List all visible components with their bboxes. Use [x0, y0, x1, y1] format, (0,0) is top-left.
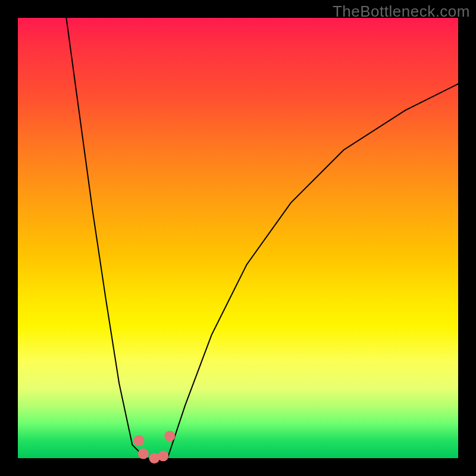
highlight-dots-group [134, 431, 176, 464]
curve-left-branch [66, 18, 145, 458]
watermark-text: TheBottleneck.com [333, 2, 470, 21]
highlight-dot [164, 431, 175, 441]
bottleneck-curve [18, 18, 458, 458]
plot-area [18, 18, 458, 458]
highlight-dot [134, 435, 145, 446]
highlight-dot [158, 450, 168, 461]
highlight-dot [138, 449, 149, 459]
chart-frame: TheBottleneck.com [0, 0, 476, 476]
curve-right-branch [168, 84, 458, 458]
